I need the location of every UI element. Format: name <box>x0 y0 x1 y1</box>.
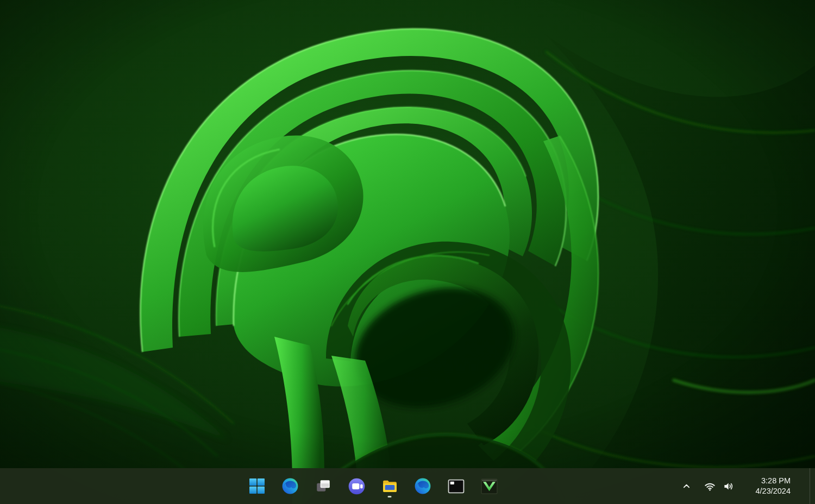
folder-icon <box>381 478 398 495</box>
terminal-icon <box>448 479 465 494</box>
edge-icon <box>281 477 299 495</box>
task-view-icon <box>315 478 331 494</box>
clock-time: 3:28 PM <box>761 476 791 487</box>
video-camera-icon <box>348 477 366 495</box>
desktop-wallpaper <box>0 0 815 504</box>
system-tray: 3:28 PM 4/23/2024 <box>678 468 815 504</box>
edge-button-2[interactable] <box>411 473 435 499</box>
file-explorer-button[interactable] <box>378 473 402 499</box>
quick-settings-button[interactable] <box>699 475 738 497</box>
video-app-button[interactable] <box>344 473 368 499</box>
clock-button[interactable]: 3:28 PM 4/23/2024 <box>742 475 794 497</box>
start-button[interactable] <box>245 473 269 499</box>
hidden-icons-button[interactable] <box>678 475 695 497</box>
chevron-up-icon <box>682 482 691 491</box>
task-view-button[interactable] <box>311 473 335 499</box>
taskbar: 3:28 PM 4/23/2024 <box>0 468 815 504</box>
green-v-icon <box>481 478 498 495</box>
edge-icon <box>414 477 431 495</box>
edge-button[interactable] <box>278 473 302 499</box>
green-v-app-button[interactable] <box>477 473 501 499</box>
running-app-indicator <box>388 496 392 498</box>
show-desktop-button[interactable] <box>810 468 815 504</box>
wifi-icon <box>704 481 716 492</box>
taskbar-app-buttons <box>245 473 501 499</box>
clock-date: 4/23/2024 <box>755 486 791 497</box>
terminal-button[interactable] <box>444 473 468 499</box>
desktop[interactable]: 3:28 PM 4/23/2024 <box>0 0 815 504</box>
volume-icon <box>723 481 734 492</box>
windows-logo-icon <box>249 478 265 494</box>
